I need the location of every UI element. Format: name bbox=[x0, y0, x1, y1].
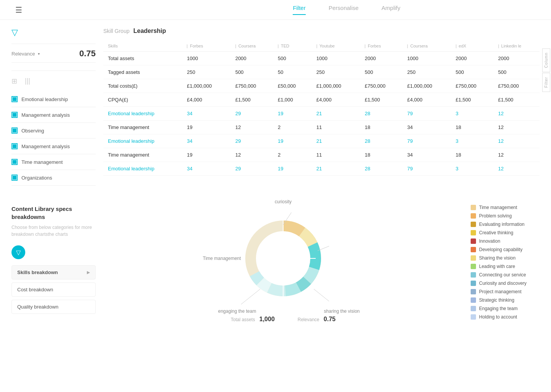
main-content: ▽ Relevance ▾ 0.75 ⊞ ||| Emotional leade… bbox=[0, 20, 551, 193]
legend-item: Curiosity and discovery bbox=[471, 281, 540, 286]
table-row: Tagged assets25050050250500250500500 bbox=[103, 65, 540, 79]
tab-amplify[interactable]: Amplify bbox=[381, 5, 400, 15]
skill-item[interactable]: Management analysis bbox=[11, 107, 96, 123]
chart-label-bottom-left: engaging the team bbox=[218, 309, 256, 314]
legend-label: Developing capability bbox=[479, 247, 522, 252]
skill-checkbox[interactable] bbox=[11, 112, 18, 118]
legend-item: Time management bbox=[471, 205, 540, 210]
skill-item[interactable]: Observing bbox=[11, 123, 96, 139]
column-tab[interactable]: Column bbox=[542, 48, 550, 72]
skill-name: Observing bbox=[21, 128, 44, 134]
chart-label-left: Time management bbox=[203, 256, 241, 261]
legend-swatch bbox=[471, 264, 476, 269]
table-cell-value: 1000 bbox=[182, 52, 230, 65]
table-cell-value: 79 bbox=[403, 107, 451, 121]
table-cell-value: 21 bbox=[312, 134, 360, 148]
table-cell-value: 3 bbox=[451, 134, 494, 148]
grid-icon: ⊞ bbox=[11, 77, 17, 85]
table-cell-value: 500 bbox=[273, 52, 312, 65]
legend-swatch bbox=[471, 230, 476, 235]
table-cell-value: 21 bbox=[312, 162, 360, 176]
table-col-header: Coursera bbox=[231, 41, 273, 52]
breakdown-btn[interactable]: Cost breakdown bbox=[11, 283, 96, 297]
table-cell-name: Total assets bbox=[103, 52, 182, 65]
legend-label: Strategic thinking bbox=[479, 297, 514, 303]
table-row: CPQA(£)£4,000£1,500£1,000£4,000£1,500£4,… bbox=[103, 93, 540, 107]
legend-item: Leading with care bbox=[471, 264, 540, 269]
legend-swatch bbox=[471, 213, 476, 219]
legend-item: Creative thinking bbox=[471, 230, 540, 235]
table-cell-name: Emotional leadership bbox=[103, 107, 182, 121]
legend-label: Connecting our service bbox=[479, 272, 526, 278]
table-cell-name: Time management bbox=[103, 148, 182, 162]
table-cell-name: CPQA(£) bbox=[103, 93, 182, 107]
library-icon: ||| bbox=[25, 77, 30, 85]
table-cell-name: Total costs(£) bbox=[103, 79, 182, 93]
table-cell-value: 12 bbox=[494, 121, 540, 134]
table-cell-value: 500 bbox=[231, 65, 273, 79]
table-col-header: Skills bbox=[103, 41, 182, 52]
table-cell-value: 34 bbox=[403, 121, 451, 134]
table-cell-value: £1,000,000 bbox=[403, 79, 451, 93]
skill-checkbox[interactable] bbox=[11, 96, 18, 102]
data-table-wrapper: SkillsForbesCourseraTEDYoutubeForbesCour… bbox=[103, 41, 540, 176]
breakdown-buttons: Skills breakdown ▶Cost breakdown Quality… bbox=[11, 265, 96, 314]
breakdown-btn-label: Skills breakdown bbox=[17, 270, 58, 275]
breakdown-btn-label: Cost breakdown bbox=[17, 287, 53, 292]
bottom-title: Content Library specs breakdowns bbox=[11, 205, 96, 221]
legend-item: Innovation bbox=[471, 238, 540, 244]
table-cell-value: 12 bbox=[494, 107, 540, 121]
table-cell-value: £1,000,000 bbox=[182, 79, 230, 93]
legend-label: Holding to account bbox=[479, 314, 517, 320]
table-row: Time management191221118341812 bbox=[103, 121, 540, 134]
table-cell-value: £750,000 bbox=[360, 79, 403, 93]
table-cell-value: 19 bbox=[273, 162, 312, 176]
legend-item: Evaluating information bbox=[471, 222, 540, 227]
table-cell-value: 2000 bbox=[360, 52, 403, 65]
skill-item[interactable]: Emotional leadership bbox=[11, 91, 96, 107]
table-cell-name: Emotional leadership bbox=[103, 134, 182, 148]
skill-checkbox[interactable] bbox=[11, 127, 18, 134]
hamburger-icon[interactable]: ☰ bbox=[15, 5, 22, 15]
skill-item[interactable]: Organizations bbox=[11, 170, 96, 186]
tab-filter[interactable]: Filter bbox=[293, 5, 305, 15]
breakdown-icon: ▽ bbox=[11, 245, 25, 259]
table-cell-value: 11 bbox=[312, 148, 360, 162]
bottom-left: Content Library specs breakdowns Choose … bbox=[11, 205, 96, 338]
skill-item[interactable]: Management analysis bbox=[11, 139, 96, 154]
table-cell-value: 500 bbox=[360, 65, 403, 79]
table-cell-value: 11 bbox=[312, 121, 360, 134]
skill-checkbox[interactable] bbox=[11, 159, 18, 165]
legend-label: Creative thinking bbox=[479, 230, 513, 235]
table-cell-value: 18 bbox=[360, 148, 403, 162]
table-cell-value: 12 bbox=[494, 134, 540, 148]
skill-name: Organizations bbox=[21, 175, 52, 181]
table-col-header: edX bbox=[451, 41, 494, 52]
skills-list: Emotional leadership Management analysis… bbox=[11, 91, 96, 186]
table-cell-value: 18 bbox=[451, 148, 494, 162]
table-col-header: Youtube bbox=[312, 41, 360, 52]
table-cell-value: 19 bbox=[182, 121, 230, 134]
table-cell-value: 29 bbox=[231, 107, 273, 121]
legend-label: Problem solving bbox=[479, 213, 512, 219]
table-row: Emotional leadership342919212879312 bbox=[103, 107, 540, 121]
table-cell-value: 34 bbox=[182, 107, 230, 121]
table-cell-value: 12 bbox=[494, 162, 540, 176]
bottom-subtitle: Choose from below categories for more br… bbox=[11, 224, 96, 238]
breakdown-btn[interactable]: Quality breakdown bbox=[11, 300, 96, 314]
skill-checkbox[interactable] bbox=[11, 143, 18, 149]
table-col-header: Forbes bbox=[360, 41, 403, 52]
table-cell-value: 3 bbox=[451, 162, 494, 176]
relevance-row: Relevance ▾ 0.75 bbox=[11, 49, 96, 63]
breakdown-btn[interactable]: Skills breakdown ▶ bbox=[11, 265, 96, 279]
table-cell-value: 2000 bbox=[451, 52, 494, 65]
table-cell-value: 1000 bbox=[403, 52, 451, 65]
skill-item[interactable]: Time management bbox=[11, 154, 96, 170]
table-cell-value: 50 bbox=[273, 65, 312, 79]
relevance-dropdown-icon[interactable]: ▾ bbox=[38, 52, 40, 56]
skill-checkbox[interactable] bbox=[11, 175, 18, 181]
table-cell-value: £750,000 bbox=[231, 79, 273, 93]
filter-tab[interactable]: Filter bbox=[542, 73, 550, 92]
tab-personalise[interactable]: Personalise bbox=[329, 5, 359, 15]
legend-item: Holding to account bbox=[471, 314, 540, 320]
